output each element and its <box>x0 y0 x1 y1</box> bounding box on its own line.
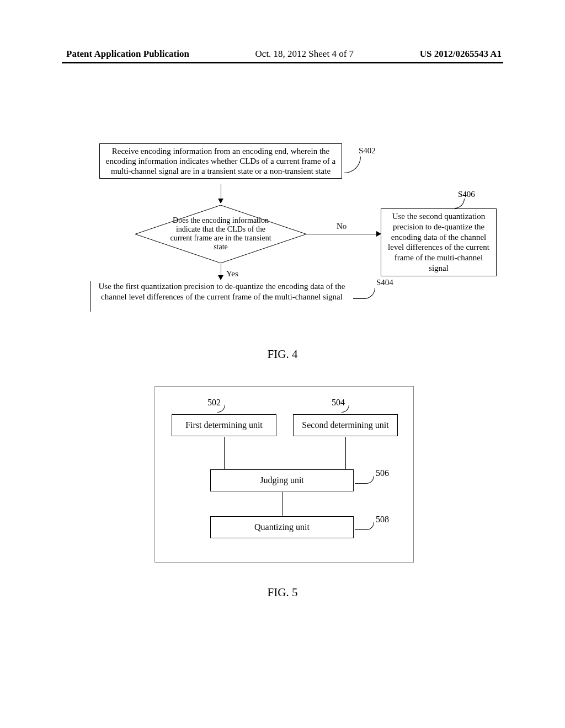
quantizing-unit-box: Quantizing unit <box>210 516 354 538</box>
arrow-no-to-s406 <box>306 234 381 234</box>
connector-506-508 <box>282 492 282 516</box>
header-rule <box>62 62 503 63</box>
callout-hook-502 <box>217 405 225 413</box>
second-determining-unit-box: Second determining unit <box>293 414 398 436</box>
step-s406-label: S406 <box>458 190 475 199</box>
page-header: Patent Application Publication Oct. 18, … <box>0 49 565 60</box>
decision-no-label: No <box>337 222 347 231</box>
decision-diamond: Does the encoding information indicate t… <box>135 205 306 263</box>
judging-unit-box: Judging unit <box>210 469 354 491</box>
header-pubnum: US 2012/0265543 A1 <box>420 49 502 60</box>
connector-504-506 <box>345 437 346 469</box>
connector-502-506 <box>224 437 225 469</box>
unit-506-label: 506 <box>376 468 389 478</box>
step-s402-label: S402 <box>359 146 376 156</box>
figure-4-caption: FIG. 4 <box>0 347 565 361</box>
header-publication: Patent Application Publication <box>66 49 189 60</box>
callout-hook-s404 <box>353 288 375 299</box>
step-s406-box: Use the second quantization precision to… <box>381 208 497 276</box>
callout-hook-506 <box>355 476 374 484</box>
decision-text: Does the encoding information indicate t… <box>166 216 276 251</box>
callout-hook-s406 <box>455 199 465 208</box>
first-determining-unit-box: First determining unit <box>172 414 276 436</box>
header-date-sheet: Oct. 18, 2012 Sheet 4 of 7 <box>255 49 354 60</box>
step-s404-label: S404 <box>376 278 393 287</box>
figure-5: 502 504 First determining unit Second de… <box>154 386 414 563</box>
figure-5-caption: FIG. 5 <box>0 586 565 599</box>
step-s404-text: Use the first quantization precision to … <box>93 281 351 302</box>
step-s402-box: Receive encoding information from an enc… <box>99 143 342 179</box>
callout-hook-508 <box>355 522 374 530</box>
arrow-s402-to-decision <box>221 184 221 203</box>
arrow-yes-to-s404 <box>221 263 221 280</box>
decision-yes-label: Yes <box>226 269 238 279</box>
s404-left-border <box>90 281 91 312</box>
unit-508-label: 508 <box>376 515 389 524</box>
callout-hook-504 <box>342 405 349 413</box>
figure-4: Receive encoding information from an enc… <box>72 143 497 336</box>
callout-hook-s402 <box>344 157 361 173</box>
